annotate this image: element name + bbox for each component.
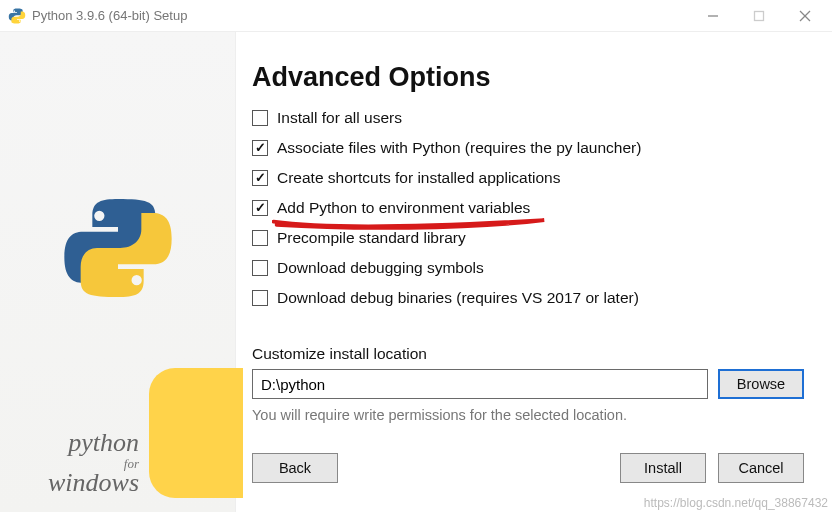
checkbox-icon[interactable] bbox=[252, 260, 268, 276]
install-location-input[interactable] bbox=[252, 369, 708, 399]
footer-buttons: Back Install Cancel bbox=[252, 453, 804, 483]
window-title: Python 3.9.6 (64-bit) Setup bbox=[32, 8, 690, 23]
options-list: Install for all users Associate files wi… bbox=[252, 109, 804, 307]
option-create-shortcuts[interactable]: Create shortcuts for installed applicati… bbox=[252, 169, 804, 187]
option-label: Install for all users bbox=[277, 109, 402, 127]
titlebar: Python 3.9.6 (64-bit) Setup bbox=[0, 0, 832, 32]
option-label: Associate files with Python (requires th… bbox=[277, 139, 641, 157]
page-title: Advanced Options bbox=[252, 62, 804, 93]
sidebar: python for windows bbox=[0, 32, 236, 512]
spacer bbox=[350, 453, 608, 483]
option-add-to-path[interactable]: Add Python to environment variables bbox=[252, 199, 804, 217]
python-icon bbox=[8, 7, 26, 25]
content: python for windows Advanced Options Inst… bbox=[0, 32, 832, 512]
option-install-all-users[interactable]: Install for all users bbox=[252, 109, 804, 127]
option-label: Add Python to environment variables bbox=[277, 199, 530, 217]
window-controls bbox=[690, 1, 828, 31]
sidebar-brand-python: python bbox=[0, 428, 139, 458]
decorative-shape bbox=[149, 368, 243, 498]
install-location-hint: You will require write permissions for t… bbox=[252, 407, 804, 423]
maximize-button[interactable] bbox=[736, 1, 782, 31]
option-label: Create shortcuts for installed applicati… bbox=[277, 169, 560, 187]
checkbox-icon[interactable] bbox=[252, 230, 268, 246]
option-download-debug-binaries[interactable]: Download debug binaries (requires VS 201… bbox=[252, 289, 804, 307]
install-location-row: Browse bbox=[252, 369, 804, 399]
sidebar-brand-windows: windows bbox=[0, 468, 139, 498]
watermark-text: https://blog.csdn.net/qq_38867432 bbox=[644, 496, 828, 510]
svg-rect-1 bbox=[755, 11, 764, 20]
python-logo-icon bbox=[62, 192, 174, 308]
install-button[interactable]: Install bbox=[620, 453, 706, 483]
checkbox-icon[interactable] bbox=[252, 170, 268, 186]
install-location-label: Customize install location bbox=[252, 345, 804, 363]
option-label: Precompile standard library bbox=[277, 229, 466, 247]
main-panel: Advanced Options Install for all users A… bbox=[236, 32, 832, 512]
option-associate-files[interactable]: Associate files with Python (requires th… bbox=[252, 139, 804, 157]
close-button[interactable] bbox=[782, 1, 828, 31]
checkbox-icon[interactable] bbox=[252, 200, 268, 216]
checkbox-icon[interactable] bbox=[252, 290, 268, 306]
checkbox-icon[interactable] bbox=[252, 110, 268, 126]
back-button[interactable]: Back bbox=[252, 453, 338, 483]
option-precompile-stdlib[interactable]: Precompile standard library bbox=[252, 229, 804, 247]
minimize-button[interactable] bbox=[690, 1, 736, 31]
browse-button[interactable]: Browse bbox=[718, 369, 804, 399]
option-label: Download debugging symbols bbox=[277, 259, 484, 277]
cancel-button[interactable]: Cancel bbox=[718, 453, 804, 483]
option-download-debug-symbols[interactable]: Download debugging symbols bbox=[252, 259, 804, 277]
option-label: Download debug binaries (requires VS 201… bbox=[277, 289, 639, 307]
checkbox-icon[interactable] bbox=[252, 140, 268, 156]
